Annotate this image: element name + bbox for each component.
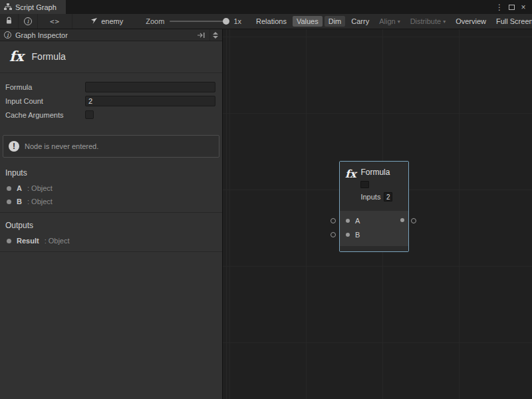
window-close-button[interactable]: × [518,1,529,13]
relations-button[interactable]: Relations [252,16,291,27]
input-count-label: Input Count [5,97,85,105]
node-inputs-label: Inputs [360,193,380,201]
graph-inspector-title: Graph Inspector [15,31,68,39]
graph-inspector-header: i Graph Inspector [0,29,222,41]
align-dropdown-button[interactable]: Align ▾ [375,16,404,27]
node-title: Formula [360,168,392,177]
dock-panel-button[interactable] [197,32,205,39]
full-screen-button[interactable]: Full Screen [492,16,532,27]
tab-bar-spacer [66,0,494,14]
lock-icon [5,17,13,26]
formula-node[interactable]: fx Formula Inputs 2 A [339,161,409,252]
node-inputs-row: Inputs 2 [360,192,392,201]
port-name: Result [17,237,39,245]
input-port-b-dot[interactable] [346,233,350,237]
port-row-b: B [340,227,408,241]
pane-scroll-buttons[interactable] [209,29,221,41]
divider [0,251,222,252]
script-graph-icon [4,3,12,11]
graph-toolbar: i <> enemy Zoom 1x Relations Values Dim … [0,14,532,29]
tab-label: Script Graph [15,3,57,11]
distribute-label: Distribute [410,17,441,25]
port-type: : Object [27,198,53,205]
graph-inspector-toggle-button[interactable]: i [19,14,38,29]
window-tab-bar: Script Graph ⋮ × [0,0,532,14]
port-type: : Object [27,184,53,192]
node-input-count-field[interactable]: 2 [384,192,392,201]
cache-arguments-checkbox[interactable] [85,110,94,119]
input-port-a: A : Object [0,182,222,195]
input-port-b: B : Object [0,195,222,208]
window-controls: ⋮ × [494,0,532,14]
graph-canvas[interactable]: fx Formula Inputs 2 A [223,29,532,399]
zoom-label: Zoom [146,17,164,25]
chevron-down-icon: ▾ [443,19,446,25]
scroll-down-icon [213,36,218,39]
cache-arguments-field-row: Cache Arguments [5,109,215,120]
graph-inspector-panel: i Graph Inspector fx Formula Formula [0,29,223,399]
selected-node-title: Formula [32,51,66,62]
port-name: B [17,198,22,205]
zoom-slider[interactable] [170,21,228,22]
zoom-slider-thumb[interactable] [223,18,229,25]
overview-button[interactable]: Overview [452,16,490,27]
port-dot-icon [7,186,11,191]
outputs-heading: Outputs [0,213,222,234]
dim-button[interactable]: Dim [325,16,346,27]
port-dot-icon [7,200,11,204]
fx-icon: fx [345,168,356,211]
output-port-result: Result : Object [0,234,222,247]
code-view-button[interactable]: <> [38,14,72,29]
values-button[interactable]: Values [293,16,323,27]
input-port-a-dot[interactable] [346,219,350,223]
code-icon: <> [50,17,60,26]
external-port-b-icon[interactable] [331,232,336,237]
zoom-value: 1x [233,17,241,25]
formula-node-ports: A B [340,211,408,246]
warning-message: ! Node is never entered. [3,135,219,158]
align-label: Align [379,17,395,25]
port-dot-icon [7,239,11,243]
window-maximize-button[interactable] [506,1,517,13]
scroll-up-icon [213,32,218,35]
port-type: : Object [45,237,70,245]
input-count-input[interactable] [85,96,215,106]
tab-script-graph[interactable]: Script Graph [0,0,66,14]
cache-arguments-label: Cache Arguments [5,111,85,119]
graph-owner-label: enemy [101,17,123,25]
port-label: B [355,231,360,239]
formula-input[interactable] [85,82,215,92]
node-footer [340,246,408,251]
warning-icon: ! [9,141,19,152]
external-port-result-icon[interactable] [411,218,416,223]
port-name: A [17,184,22,192]
info-icon: i [24,17,32,25]
input-count-field-row: Input Count [5,95,215,106]
maximize-icon [509,5,515,10]
node-header-content: Formula Inputs 2 [360,168,392,211]
fx-icon: fx [9,49,24,63]
toolbar-buttons: Relations Values Dim Carry Align ▾ Distr… [252,16,532,27]
selected-node-header: fx Formula [0,41,222,73]
info-icon: i [4,31,11,39]
formula-field-row: Formula [5,81,215,92]
graph-owner-reference[interactable]: enemy [90,17,123,26]
formula-node-header: fx Formula Inputs 2 [340,162,408,211]
main-area: i Graph Inspector fx Formula Formula [0,29,532,399]
warning-text: Node is never entered. [25,142,98,150]
pointer-icon [90,17,98,26]
node-settings: Formula Input Count Cache Arguments [0,73,222,126]
formula-field-label: Formula [5,83,85,91]
lock-button[interactable] [0,14,19,29]
external-port-a-icon[interactable] [331,218,336,223]
distribute-dropdown-button[interactable]: Distribute ▾ [406,16,450,27]
inputs-heading: Inputs [0,160,222,182]
carry-button[interactable]: Carry [347,16,373,27]
chevron-down-icon: ▾ [398,19,400,25]
node-formula-inline-field[interactable] [360,181,369,188]
port-label: A [355,217,360,225]
window-menu-button[interactable]: ⋮ [494,1,505,13]
output-port-result-dot[interactable] [400,218,404,222]
zoom-control: Zoom 1x [146,17,241,25]
port-row-a: A [340,213,408,227]
